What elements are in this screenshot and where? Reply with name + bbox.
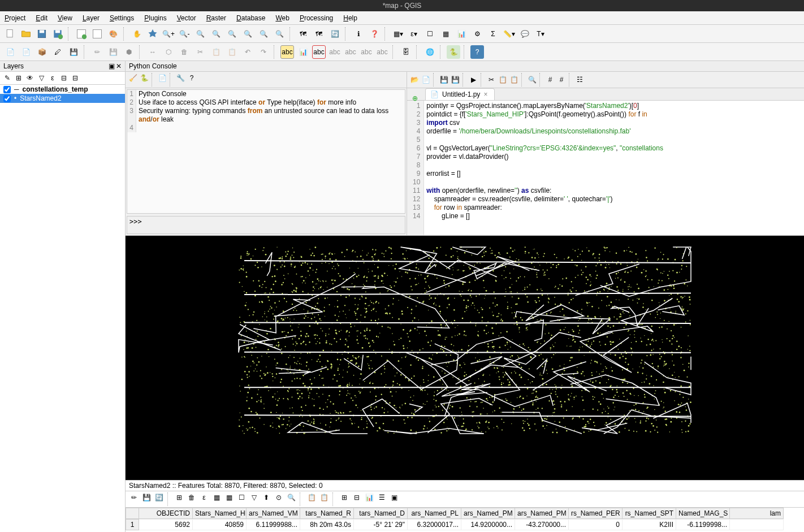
menu-vector[interactable]: Vector (177, 14, 196, 22)
node-tool-icon[interactable]: ⬡ (162, 45, 175, 59)
paste-rows-icon[interactable]: 📋 (319, 492, 329, 503)
measure-icon[interactable]: 📏▾ (502, 27, 516, 41)
style-manager-icon[interactable]: 🎨 (106, 27, 120, 41)
layer-visibility-checkbox[interactable] (3, 86, 11, 93)
zoom-full-icon[interactable]: 🔍 (193, 27, 207, 41)
remove-layer-icon[interactable]: ⊟ (70, 73, 80, 83)
new-project-icon[interactable] (3, 27, 17, 41)
diagram-icon[interactable]: 📊 (296, 45, 310, 59)
label-rotate-icon[interactable]: abc (360, 45, 373, 59)
zoom-native-icon[interactable]: 🔍 (241, 27, 254, 41)
comment-icon[interactable]: # (545, 75, 555, 85)
annotation-icon[interactable]: T▾ (534, 27, 547, 41)
copy-rows-icon[interactable]: 📋 (306, 492, 317, 503)
add-tab-icon[interactable]: ⊕ (408, 92, 422, 105)
zoom-to-icon[interactable]: 🔍 (286, 492, 296, 503)
layer-item[interactable]: • StarsNamed2 (0, 94, 125, 103)
save-as-icon[interactable] (51, 27, 64, 41)
new-geopackage-icon[interactable]: 📦 (35, 45, 49, 59)
paste-features-icon[interactable]: 📋 (225, 45, 239, 59)
map-tips-icon[interactable]: 💬 (518, 27, 531, 41)
table-row[interactable]: 15692408596.11999988...8h 20m 43.0s-5° 2… (126, 519, 804, 530)
column-header[interactable]: Named_MAG_S (676, 508, 730, 519)
label-move-icon[interactable]: abc (312, 45, 326, 59)
zoom-last-icon[interactable]: 🔍 (257, 27, 270, 41)
column-header[interactable]: tars_Named_D (354, 508, 408, 519)
label-pin-icon[interactable]: abc (328, 45, 342, 59)
column-header[interactable]: lam (730, 508, 784, 519)
paste-icon[interactable]: 📋 (509, 75, 519, 85)
zoom-next-icon[interactable]: 🔍 (273, 27, 286, 41)
expand-all-icon[interactable]: ε (47, 73, 58, 83)
pan-to-icon[interactable]: ⊙ (274, 492, 284, 503)
edit-toggle-icon[interactable]: ✏ (90, 45, 104, 59)
map-canvas[interactable] (126, 236, 804, 480)
column-header[interactable]: rs_Named_PER (569, 508, 623, 519)
delete-selected-icon[interactable]: 🗑 (178, 45, 191, 59)
filter-icon[interactable]: ▽ (249, 492, 259, 503)
manage-views-icon[interactable]: 👁 (25, 73, 35, 83)
menu-settings[interactable]: Settings (110, 14, 134, 22)
invert-selection-icon[interactable]: ▦ (224, 492, 234, 503)
copy-icon[interactable]: 📋 (498, 75, 508, 85)
run-script-icon[interactable]: ▶ (468, 75, 478, 85)
console-prompt[interactable]: >>> (127, 216, 405, 234)
save-edits-icon[interactable]: 💾 (106, 45, 120, 59)
select-all-icon[interactable]: ▦ (211, 492, 222, 503)
deselect-all-icon[interactable]: ☐ (236, 492, 247, 503)
refresh-icon[interactable]: 🔄 (328, 27, 342, 41)
clear-console-icon[interactable]: 🧹 (128, 73, 138, 83)
copy-features-icon[interactable]: 📋 (209, 45, 223, 59)
layer-list[interactable]: ─ constellations_temp • StarsNamed2 (0, 85, 125, 532)
new-3d-view-icon[interactable]: 🗺 (312, 27, 326, 41)
save-as-file-icon[interactable]: 💾 (450, 75, 460, 85)
deselect-icon[interactable]: ☐ (423, 27, 436, 41)
new-layout-icon[interactable] (90, 27, 104, 41)
undock-icon[interactable]: ▣ (109, 62, 115, 70)
zoom-out-icon[interactable]: 🔍- (178, 27, 191, 41)
menu-edit[interactable]: Edit (36, 14, 47, 22)
save-attr-icon[interactable]: 💾 (141, 492, 152, 503)
delete-feature-attr-icon[interactable]: 🗑 (187, 492, 197, 503)
cut-icon[interactable]: ✂ (486, 75, 496, 85)
dock-icon[interactable]: ▣ (389, 492, 399, 503)
menu-help[interactable]: Help (343, 14, 357, 22)
uncomment-icon[interactable]: # (556, 75, 567, 85)
menu-processing[interactable]: Processing (300, 14, 333, 22)
zoom-in-icon[interactable]: 🔍+ (162, 27, 175, 41)
menu-web[interactable]: Web (275, 14, 289, 22)
select-by-expression-icon[interactable]: ε▾ (407, 27, 421, 41)
code-area[interactable]: 1234567891011121314 pointlyr = QgsProjec… (407, 101, 804, 235)
label-change-icon[interactable]: abc (375, 45, 389, 59)
close-panel-icon[interactable]: ✕ (116, 62, 122, 70)
column-header[interactable]: rs_Named_SPT (623, 508, 676, 519)
menu-project[interactable]: Project (5, 14, 25, 22)
redo-icon[interactable]: ↷ (257, 45, 270, 59)
filter-legend-icon[interactable]: ▽ (36, 73, 46, 83)
column-header[interactable]: Stars_Named_HIP (193, 508, 247, 519)
toolbox-icon[interactable]: ⚙ (470, 27, 484, 41)
label-show-icon[interactable]: abc (344, 45, 357, 59)
identify-icon[interactable]: ℹ (352, 27, 365, 41)
column-header[interactable]: tars_Named_R (300, 508, 354, 519)
undo-icon[interactable]: ↶ (241, 45, 254, 59)
toggle-edit-icon[interactable]: ✏ (129, 492, 139, 503)
new-file-icon[interactable]: 📄 (421, 75, 431, 85)
toggle-editing-icon[interactable]: ✎ (2, 73, 12, 83)
save-file-icon[interactable]: 💾 (439, 75, 449, 85)
object-inspector-icon[interactable]: ☷ (574, 75, 585, 85)
close-tab-icon[interactable]: × (483, 90, 487, 98)
column-header[interactable]: OBJECTID (139, 508, 193, 519)
run-command-icon[interactable]: 🐍 (139, 73, 149, 83)
layout-manager-icon[interactable] (75, 27, 88, 41)
help-console-icon[interactable]: ? (187, 73, 197, 83)
column-header[interactable]: ars_Named_VM (247, 508, 300, 519)
pan-to-selection-icon[interactable] (146, 27, 159, 41)
menu-layer[interactable]: Layer (83, 14, 100, 22)
db-manager-icon[interactable]: 🗄 (399, 45, 413, 59)
stats-icon[interactable]: Σ (486, 27, 500, 41)
add-group-icon[interactable]: ⊞ (14, 73, 24, 83)
menu-view[interactable]: View (58, 14, 72, 22)
reload-icon[interactable]: 🔄 (154, 492, 164, 503)
add-vector-layer-icon[interactable]: 📄 (3, 45, 17, 59)
